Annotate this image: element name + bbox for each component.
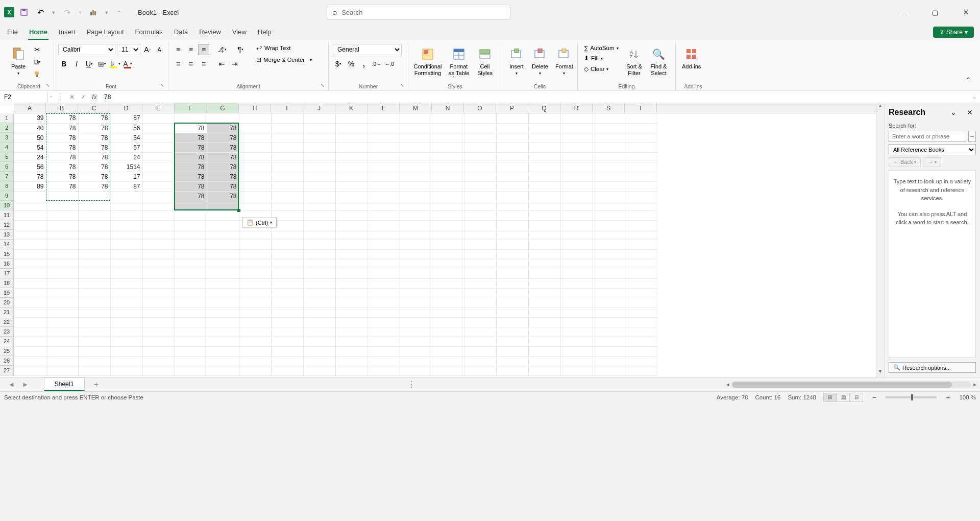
cell-G4[interactable]: 78 xyxy=(207,143,239,152)
cell-C5[interactable]: 78 xyxy=(78,152,110,162)
column-header-J[interactable]: J xyxy=(303,103,335,113)
cell-G25[interactable] xyxy=(207,346,239,356)
cell-M13[interactable] xyxy=(400,230,432,240)
column-header-N[interactable]: N xyxy=(432,103,464,113)
cell-R23[interactable] xyxy=(560,327,593,337)
cell-S23[interactable] xyxy=(593,327,625,337)
cell-T26[interactable] xyxy=(625,356,657,366)
cell-C13[interactable] xyxy=(78,230,110,240)
cell-L11[interactable] xyxy=(368,210,400,220)
cell-I3[interactable] xyxy=(271,133,303,143)
cell-A10[interactable] xyxy=(14,201,46,210)
cell-L23[interactable] xyxy=(368,327,400,337)
cell-T18[interactable] xyxy=(625,278,657,288)
cell-E19[interactable] xyxy=(142,288,175,298)
cell-H6[interactable] xyxy=(239,162,271,172)
cell-K23[interactable] xyxy=(335,327,368,337)
cell-D8[interactable]: 87 xyxy=(110,181,142,191)
cell-O27[interactable] xyxy=(464,366,496,375)
cell-A20[interactable] xyxy=(14,298,46,307)
cell-N8[interactable] xyxy=(432,181,464,191)
cell-C10[interactable] xyxy=(78,201,110,210)
cell-G1[interactable] xyxy=(207,113,239,123)
tab-view[interactable]: View xyxy=(231,25,248,40)
sheet-tab-menu-button[interactable]: ⋮ xyxy=(403,380,420,389)
cell-G18[interactable] xyxy=(207,278,239,288)
cell-T1[interactable] xyxy=(625,113,657,123)
cell-A23[interactable] xyxy=(14,327,46,337)
cell-N26[interactable] xyxy=(432,356,464,366)
cell-M19[interactable] xyxy=(400,288,432,298)
cell-I8[interactable] xyxy=(271,181,303,191)
cell-P5[interactable] xyxy=(496,152,528,162)
column-header-F[interactable]: F xyxy=(175,103,207,113)
cell-Q1[interactable] xyxy=(528,113,560,123)
cell-G11[interactable] xyxy=(207,210,239,220)
cell-I2[interactable] xyxy=(271,123,303,133)
cell-N24[interactable] xyxy=(432,337,464,346)
sheet-tab-sheet1[interactable]: Sheet1 xyxy=(44,377,85,391)
cell-L4[interactable] xyxy=(368,143,400,152)
cell-Q15[interactable] xyxy=(528,249,560,259)
cell-A11[interactable] xyxy=(14,210,46,220)
row-header-2[interactable]: 2 xyxy=(0,123,13,133)
cell-P13[interactable] xyxy=(496,230,528,240)
row-header-9[interactable]: 9 xyxy=(0,191,13,201)
cell-C1[interactable]: 78 xyxy=(78,113,110,123)
addins-button[interactable]: Add-ins xyxy=(680,44,703,72)
cell-O3[interactable] xyxy=(464,133,496,143)
cell-F14[interactable] xyxy=(175,240,207,249)
cell-J3[interactable] xyxy=(303,133,335,143)
cell-B13[interactable] xyxy=(46,230,78,240)
cell-J4[interactable] xyxy=(303,143,335,152)
cell-O18[interactable] xyxy=(464,278,496,288)
cell-B6[interactable]: 78 xyxy=(46,162,78,172)
cell-O7[interactable] xyxy=(464,172,496,181)
cell-K3[interactable] xyxy=(335,133,368,143)
enter-formula-button[interactable]: ✓ xyxy=(78,91,89,103)
cell-A12[interactable] xyxy=(14,220,46,230)
cell-Q18[interactable] xyxy=(528,278,560,288)
cell-F3[interactable]: 78 xyxy=(175,133,207,143)
cell-R26[interactable] xyxy=(560,356,593,366)
cell-M17[interactable] xyxy=(400,269,432,278)
cell-E3[interactable] xyxy=(142,133,175,143)
cell-R20[interactable] xyxy=(560,298,593,307)
cell-D14[interactable] xyxy=(110,240,142,249)
row-header-3[interactable]: 3 xyxy=(0,133,13,143)
cell-G7[interactable]: 78 xyxy=(207,172,239,181)
cell-P12[interactable] xyxy=(496,220,528,230)
cell-O1[interactable] xyxy=(464,113,496,123)
cell-H21[interactable] xyxy=(239,307,271,317)
cell-R6[interactable] xyxy=(560,162,593,172)
cell-T19[interactable] xyxy=(625,288,657,298)
cell-K9[interactable] xyxy=(335,191,368,201)
cell-I21[interactable] xyxy=(271,307,303,317)
cell-H4[interactable] xyxy=(239,143,271,152)
row-header-22[interactable]: 22 xyxy=(0,317,13,327)
cell-F15[interactable] xyxy=(175,249,207,259)
tab-insert[interactable]: Insert xyxy=(58,25,77,40)
cell-N18[interactable] xyxy=(432,278,464,288)
cell-T12[interactable] xyxy=(625,220,657,230)
cell-I23[interactable] xyxy=(271,327,303,337)
alignment-dialog-launcher[interactable]: ⤡ xyxy=(321,83,327,89)
cell-P19[interactable] xyxy=(496,288,528,298)
cell-K15[interactable] xyxy=(335,249,368,259)
cell-L8[interactable] xyxy=(368,181,400,191)
research-search-input[interactable] xyxy=(889,131,966,142)
cell-C11[interactable] xyxy=(78,210,110,220)
cell-B23[interactable] xyxy=(46,327,78,337)
cell-J24[interactable] xyxy=(303,337,335,346)
cell-C23[interactable] xyxy=(78,327,110,337)
cell-J16[interactable] xyxy=(303,259,335,269)
cell-E23[interactable] xyxy=(142,327,175,337)
cell-A15[interactable] xyxy=(14,249,46,259)
cell-G3[interactable]: 78 xyxy=(207,133,239,143)
cell-G12[interactable] xyxy=(207,220,239,230)
cell-A1[interactable]: 39 xyxy=(14,113,46,123)
cell-C8[interactable]: 78 xyxy=(78,181,110,191)
column-header-O[interactable]: O xyxy=(464,103,496,113)
cell-K8[interactable] xyxy=(335,181,368,191)
cell-M11[interactable] xyxy=(400,210,432,220)
